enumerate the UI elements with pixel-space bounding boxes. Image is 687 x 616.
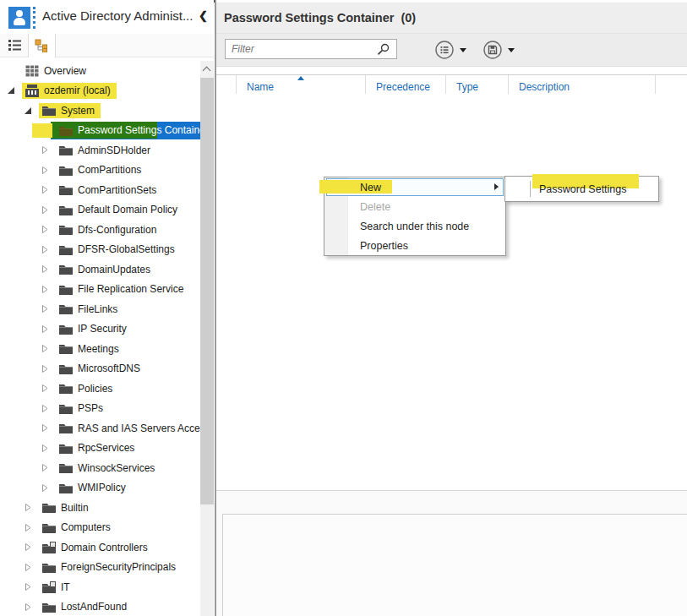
expand-arrow[interactable] bbox=[41, 463, 59, 472]
column-header-name[interactable]: Name bbox=[237, 75, 366, 95]
tree-item-icon bbox=[59, 144, 78, 155]
tree-item-content: Meetings bbox=[59, 343, 119, 355]
expand-arrow[interactable] bbox=[41, 145, 59, 155]
tree-item-label: Meetings bbox=[78, 343, 119, 355]
expand-arrow[interactable] bbox=[41, 225, 59, 234]
tree-item-domainupdates[interactable]: DomainUpdates bbox=[0, 259, 200, 280]
tree-item-overview[interactable]: Overview bbox=[0, 61, 200, 81]
expand-arrow[interactable] bbox=[41, 384, 59, 393]
expand-arrow[interactable] bbox=[24, 563, 42, 572]
tree-item-icon bbox=[59, 462, 78, 473]
filter-input[interactable] bbox=[225, 39, 397, 59]
column-header-label: Description bbox=[519, 81, 570, 93]
circled-list-icon bbox=[435, 41, 454, 59]
tree-item-foreignsecurityprincipals[interactable]: ForeignSecurityPrincipals bbox=[0, 558, 200, 578]
tree-item-microsoftdns[interactable]: MicrosoftDNS bbox=[0, 359, 200, 379]
expand-arrow[interactable] bbox=[24, 542, 42, 552]
tree-item-domain-controllers[interactable]: Domain Controllers bbox=[0, 537, 200, 558]
tree-item-rpcservices[interactable]: RpcServices bbox=[0, 439, 200, 459]
view-options-button[interactable] bbox=[435, 41, 466, 59]
dropdown-arrow-icon bbox=[460, 48, 466, 52]
expand-arrow[interactable] bbox=[41, 304, 59, 313]
tree-item-lostandfound[interactable]: LostAndFound bbox=[0, 597, 200, 616]
column-header-blank[interactable] bbox=[216, 75, 237, 95]
tree-item-default-domain-policy[interactable]: Default Domain Policy bbox=[0, 200, 200, 221]
menu-item-new[interactable]: New bbox=[324, 177, 505, 197]
tab-list-view[interactable] bbox=[2, 34, 28, 57]
tree-item-ozdemir-local[interactable]: ozdemir (local) bbox=[0, 81, 200, 101]
tree-item-icon bbox=[59, 303, 78, 314]
tree-item-ip-security[interactable]: IP Security bbox=[0, 319, 200, 340]
tree-item-label: ComPartitions bbox=[78, 164, 141, 176]
expand-arrow[interactable] bbox=[41, 324, 59, 334]
tree-item-builtin[interactable]: Builtin bbox=[0, 498, 200, 518]
tree-item-meetings[interactable]: Meetings bbox=[0, 339, 200, 359]
column-header-precedence[interactable]: Precedence bbox=[366, 75, 446, 95]
expand-arrow[interactable] bbox=[24, 582, 42, 591]
window-title: Active Directory Administ... bbox=[42, 8, 193, 23]
expand-arrow[interactable] bbox=[24, 602, 42, 612]
tree-item-content: PSPs bbox=[59, 402, 103, 414]
tree-item-content: ozdemir (local) bbox=[22, 83, 117, 99]
menu-item-search-under-this-node[interactable]: Search under this node bbox=[324, 216, 505, 236]
save-query-button[interactable] bbox=[483, 41, 515, 59]
submenu-item-password-settings[interactable]: Password Settings bbox=[505, 177, 658, 201]
tree-item-winsockservices[interactable]: WinsockServices bbox=[0, 458, 200, 478]
tree-item-it[interactable]: IT bbox=[0, 577, 200, 597]
expand-arrow[interactable] bbox=[41, 205, 59, 215]
list-body[interactable] bbox=[216, 94, 687, 490]
tree-item-label: AdminSDHolder bbox=[78, 144, 150, 156]
dropdown-arrow-icon bbox=[508, 48, 515, 52]
scrollbar-thumb[interactable] bbox=[200, 78, 214, 504]
tree-item-compartitionsets[interactable]: ComPartitionSets bbox=[0, 180, 200, 200]
tree-item-computers[interactable]: Computers bbox=[0, 518, 200, 538]
tree-item-label: Default Domain Policy bbox=[78, 204, 177, 215]
tree-item-label: WinsockServices bbox=[78, 462, 155, 474]
tree-item-label: DomainUpdates bbox=[78, 264, 150, 275]
expand-arrow[interactable] bbox=[41, 364, 59, 373]
tree-item-policies[interactable]: Policies bbox=[0, 379, 200, 399]
expand-arrow[interactable] bbox=[41, 344, 59, 353]
tree-item-system[interactable]: System bbox=[0, 101, 200, 121]
expand-arrow[interactable] bbox=[41, 264, 59, 274]
tree-item-wmipolicy[interactable]: WMIPolicy bbox=[0, 478, 200, 499]
expand-arrow[interactable] bbox=[41, 285, 59, 294]
tree-scrollbar[interactable] bbox=[200, 61, 214, 616]
tree-item-content: IT bbox=[42, 581, 70, 593]
tree-item-icon bbox=[42, 105, 61, 116]
expand-arrow[interactable] bbox=[24, 523, 42, 532]
tree-item-content: File Replication Service bbox=[59, 283, 183, 295]
menu-item-delete[interactable]: Delete bbox=[324, 197, 505, 216]
tree-item-icon bbox=[59, 422, 78, 433]
expand-arrow[interactable] bbox=[41, 444, 59, 453]
expand-arrow[interactable] bbox=[41, 245, 59, 254]
tree-item-label: RAS and IAS Servers Access Check bbox=[78, 422, 200, 434]
tree-item-dfs-configuration[interactable]: Dfs-Configuration bbox=[0, 220, 200, 240]
column-header-description[interactable]: Description bbox=[509, 75, 656, 95]
collapse-pane-chevron-icon[interactable]: ❮ bbox=[199, 9, 208, 22]
tab-tree-view[interactable] bbox=[28, 34, 56, 57]
tree-item-dfsr-globalsettings[interactable]: DFSR-GlobalSettings bbox=[0, 240, 200, 260]
tree-item-content: ComPartitionSets bbox=[59, 184, 156, 196]
expand-arrow[interactable] bbox=[41, 423, 59, 433]
tree-item-password-settings-container[interactable]: Password Settings Container bbox=[0, 121, 200, 141]
tree-item-label: LostAndFound bbox=[61, 601, 127, 613]
tree-item-adminsdholder[interactable]: AdminSDHolder bbox=[0, 140, 200, 161]
tree-item-psps[interactable]: PSPs bbox=[0, 399, 200, 419]
expand-arrow[interactable] bbox=[41, 483, 59, 493]
tree-item-content: ForeignSecurityPrincipals bbox=[42, 561, 176, 573]
tree-item-content: IP Security bbox=[59, 323, 127, 335]
tree-item-compartitions[interactable]: ComPartitions bbox=[0, 161, 200, 181]
column-header-type[interactable]: Type bbox=[446, 75, 509, 95]
expand-arrow[interactable] bbox=[41, 166, 59, 175]
expand-arrow[interactable] bbox=[41, 185, 59, 194]
context-submenu: Password Settings bbox=[504, 176, 659, 202]
scrollbar-up-button[interactable] bbox=[200, 61, 214, 78]
menu-item-properties[interactable]: Properties bbox=[324, 236, 505, 255]
tree-item-ras-and-ias-servers-access-check[interactable]: RAS and IAS Servers Access Check bbox=[0, 418, 200, 439]
tree-item-icon bbox=[59, 165, 78, 176]
expand-arrow[interactable] bbox=[41, 404, 59, 413]
tree-item-filelinks[interactable]: FileLinks bbox=[0, 299, 200, 319]
expand-arrow[interactable] bbox=[24, 503, 42, 512]
tree-item-file-replication-service[interactable]: File Replication Service bbox=[0, 280, 200, 300]
